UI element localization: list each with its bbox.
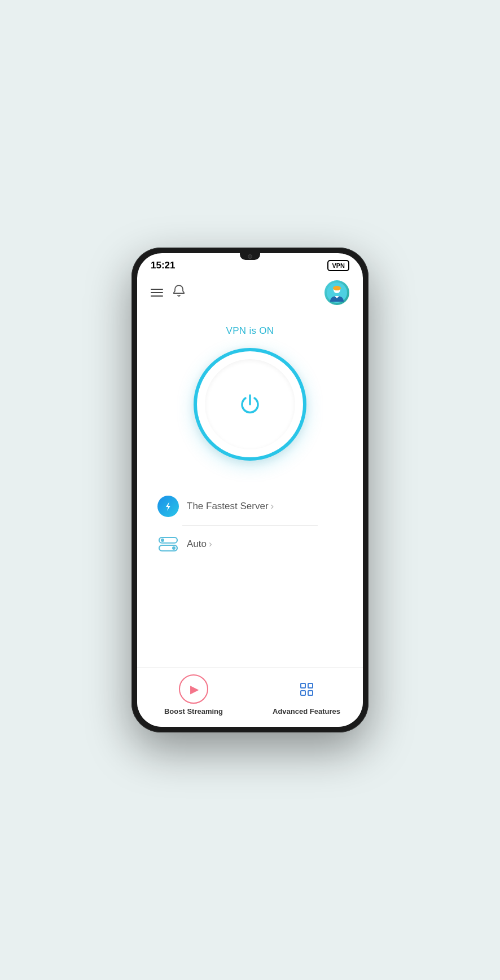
bolt-icon [157, 496, 179, 517]
protocol-label: Auto› [187, 538, 212, 550]
camera [248, 254, 252, 259]
grid-cell-2 [308, 683, 313, 688]
vpn-status-badge: VPN [327, 260, 349, 271]
svg-point-6 [161, 538, 164, 542]
main-content: VPN is ON [137, 314, 363, 667]
advanced-features-label: Advanced Features [273, 707, 340, 716]
protocol-arrow: › [209, 538, 212, 549]
bottom-navigation: ▶ Boost Streaming Advanced Features [137, 667, 363, 727]
server-options: The Fastest Server› Auto› [151, 489, 349, 562]
phone-screen: 15:21 VPN [137, 253, 363, 727]
fastest-server-label: The Fastest Server› [187, 501, 274, 512]
fastest-server-text: The Fastest Server [187, 501, 269, 511]
grid-icon [300, 683, 313, 696]
hamburger-line-1 [151, 289, 163, 290]
notch [240, 253, 260, 260]
status-bar: 15:21 VPN [137, 253, 363, 276]
user-avatar[interactable] [324, 280, 349, 305]
hamburger-menu-button[interactable] [151, 289, 163, 297]
fastest-server-arrow: › [271, 501, 274, 511]
advanced-features-nav-item[interactable]: Advanced Features [250, 674, 363, 716]
header-left-actions [151, 284, 186, 301]
vpn-toggle-button[interactable] [194, 348, 306, 461]
boost-streaming-icon-circle: ▶ [179, 674, 208, 704]
app-header [137, 276, 363, 314]
vpn-status-text: VPN is ON [226, 325, 274, 337]
svg-point-8 [172, 546, 176, 550]
boost-streaming-nav-item[interactable]: ▶ Boost Streaming [137, 674, 250, 716]
boost-streaming-label: Boost Streaming [164, 707, 223, 716]
phone-frame: 15:21 VPN [131, 248, 369, 732]
svg-rect-3 [335, 288, 339, 290]
power-icon [235, 390, 265, 419]
grid-cell-3 [300, 690, 306, 696]
status-time: 15:21 [151, 260, 175, 271]
grid-cell-4 [308, 690, 313, 696]
server-divider [182, 525, 318, 526]
fastest-server-item[interactable]: The Fastest Server› [155, 489, 345, 524]
svg-marker-4 [166, 502, 170, 511]
protocol-text: Auto [187, 538, 207, 549]
power-button-inner [205, 359, 295, 449]
hamburger-line-3 [151, 295, 163, 297]
notifications-button[interactable] [172, 284, 186, 301]
avatar-image [327, 282, 347, 303]
hamburger-line-2 [151, 292, 163, 293]
protocol-icon [157, 533, 179, 555]
protocol-item[interactable]: Auto› [155, 527, 345, 562]
advanced-features-icon [292, 674, 321, 704]
play-icon: ▶ [190, 682, 199, 696]
grid-cell-1 [300, 683, 306, 688]
